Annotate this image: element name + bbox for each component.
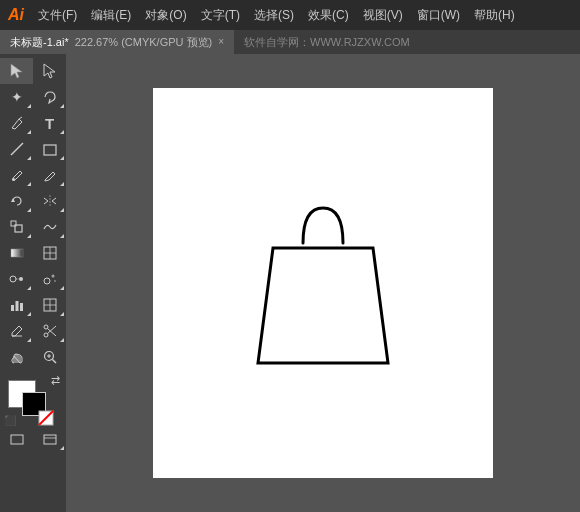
tab-watermark: 软件自学网：WWW.RJZXW.COM — [244, 35, 410, 50]
tool-row-2: ✦ — [0, 84, 66, 110]
direct-selection-tool[interactable] — [33, 58, 66, 84]
main-area: ✦ T — [0, 54, 580, 512]
edit-bar[interactable] — [33, 426, 66, 452]
tool-row-12 — [0, 344, 66, 370]
symbol-sprayer-tool[interactable] — [33, 266, 66, 292]
tool-row-1 — [0, 58, 66, 84]
scissors-tool[interactable] — [33, 318, 66, 344]
svg-rect-4 — [44, 145, 56, 155]
type-tool[interactable]: T — [33, 110, 66, 136]
svg-point-19 — [54, 280, 56, 282]
warp-tool[interactable] — [33, 214, 66, 240]
menu-item-f[interactable]: 文件(F) — [32, 5, 83, 26]
color-swatch-area: ⇄ ⬛ — [2, 374, 64, 426]
app-logo: Ai — [8, 6, 24, 24]
none-color[interactable] — [38, 410, 54, 426]
tab-bar: 未标题-1.ai* 222.67% (CMYK/GPU 预览) × 软件自学网：… — [0, 30, 580, 54]
hand-tool[interactable] — [0, 344, 33, 370]
tool-row-9 — [0, 266, 66, 292]
svg-marker-40 — [258, 248, 388, 363]
bar-chart-tool[interactable] — [0, 292, 33, 318]
title-bar: Ai 文件(F)编辑(E)对象(O)文字(T)选择(S)效果(C)视图(V)窗口… — [0, 0, 580, 30]
svg-line-32 — [52, 360, 56, 364]
menu-bar: 文件(F)编辑(E)对象(O)文字(T)选择(S)效果(C)视图(V)窗口(W)… — [32, 5, 521, 26]
svg-marker-1 — [44, 64, 55, 78]
tool-row-11 — [0, 318, 66, 344]
reset-colors-button[interactable]: ⬛ — [4, 415, 16, 426]
svg-point-27 — [44, 333, 48, 337]
tab-close-button[interactable]: × — [218, 37, 224, 47]
menu-item-o[interactable]: 对象(O) — [139, 5, 192, 26]
svg-rect-21 — [15, 301, 18, 311]
tool-row-bottom — [0, 426, 66, 452]
menu-item-e[interactable]: 编辑(E) — [85, 5, 137, 26]
svg-line-2 — [19, 117, 22, 119]
svg-point-14 — [10, 276, 16, 282]
paintbrush-tool[interactable] — [0, 162, 33, 188]
gradient-tool[interactable] — [0, 240, 33, 266]
tool-row-5 — [0, 162, 66, 188]
svg-rect-20 — [11, 305, 14, 311]
eraser-tool[interactable] — [0, 318, 33, 344]
svg-point-5 — [12, 178, 15, 181]
svg-point-15 — [19, 277, 23, 281]
menu-item-h[interactable]: 帮助(H) — [468, 5, 521, 26]
slice-tool[interactable] — [33, 292, 66, 318]
white-canvas — [153, 88, 493, 478]
selection-tool[interactable] — [0, 58, 33, 84]
mesh-tool[interactable] — [33, 240, 66, 266]
tool-row-7 — [0, 214, 66, 240]
swap-colors-button[interactable]: ⇄ — [51, 374, 60, 387]
reflect-tool[interactable] — [33, 188, 66, 214]
rotate-tool[interactable] — [0, 188, 33, 214]
svg-rect-37 — [11, 435, 23, 444]
tab-title: 未标题-1.ai* — [10, 35, 69, 50]
lasso-tool[interactable] — [33, 84, 66, 110]
scale-tool[interactable] — [0, 214, 33, 240]
change-screen-mode[interactable] — [0, 426, 33, 452]
blend-tool[interactable] — [0, 266, 33, 292]
svg-point-18 — [51, 275, 54, 278]
svg-marker-0 — [11, 64, 22, 78]
menu-item-s[interactable]: 选择(S) — [248, 5, 300, 26]
svg-rect-38 — [44, 435, 56, 444]
toolbar: ✦ T — [0, 54, 66, 512]
magic-wand-tool[interactable]: ✦ — [0, 84, 33, 110]
svg-rect-10 — [11, 249, 23, 257]
svg-rect-22 — [20, 303, 23, 311]
tool-row-10 — [0, 292, 66, 318]
tool-row-3: T — [0, 110, 66, 136]
svg-point-28 — [44, 325, 48, 329]
svg-line-3 — [11, 143, 23, 155]
svg-point-17 — [44, 278, 50, 284]
canvas-area — [66, 54, 580, 512]
menu-item-v[interactable]: 视图(V) — [357, 5, 409, 26]
bag-illustration[interactable] — [223, 173, 423, 393]
active-tab[interactable]: 未标题-1.ai* 222.67% (CMYK/GPU 预览) × — [0, 30, 234, 54]
tab-info: 222.67% (CMYK/GPU 预览) — [75, 35, 213, 50]
tool-row-8 — [0, 240, 66, 266]
pencil-tool[interactable] — [33, 162, 66, 188]
pen-tool[interactable] — [0, 110, 33, 136]
menu-item-w[interactable]: 窗口(W) — [411, 5, 466, 26]
zoom-tool[interactable] — [33, 344, 66, 370]
line-tool[interactable] — [0, 136, 33, 162]
menu-item-c[interactable]: 效果(C) — [302, 5, 355, 26]
tool-row-6 — [0, 188, 66, 214]
menu-item-t[interactable]: 文字(T) — [195, 5, 246, 26]
rect-tool[interactable] — [33, 136, 66, 162]
tool-row-4 — [0, 136, 66, 162]
